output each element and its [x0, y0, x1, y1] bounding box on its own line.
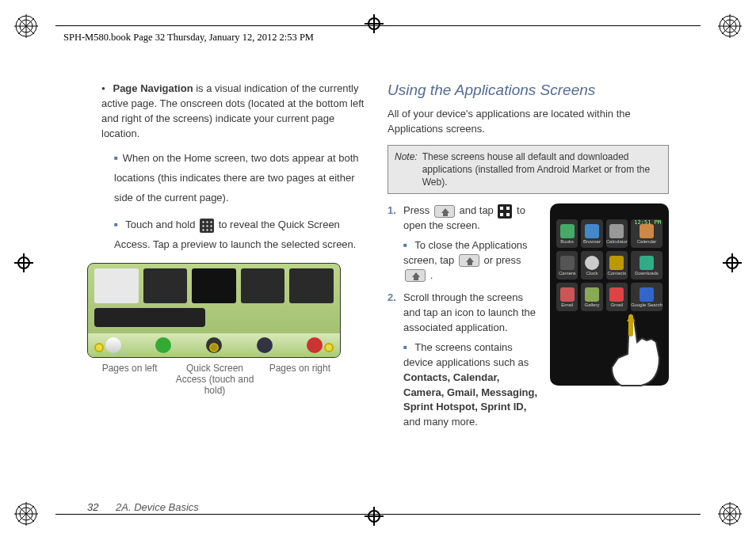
step2-sub-b: and many more. [403, 416, 478, 428]
running-head: SPH-M580.book Page 32 Thursday, January … [63, 32, 314, 44]
app-item: Gallery [581, 283, 602, 311]
page-navigation-label: Page Navigation [113, 82, 193, 94]
registration-mark-icon [14, 14, 38, 38]
page-frame: SPH-M580.book Page 32 Thursday, January … [55, 14, 701, 526]
app-item: Books [556, 219, 578, 248]
caption-left: Pages on left [87, 363, 172, 396]
figure-caption-row: Pages on left Quick Screen Access (touch… [87, 363, 342, 396]
app-label: Camera [559, 271, 575, 276]
phone-illustration: 12:51 PM Books Browser Calculator Calend… [550, 203, 669, 386]
crop-mark-icon [723, 253, 742, 272]
note-text: These screens house all default and down… [422, 150, 662, 189]
app-label: Contacts [607, 271, 626, 276]
app-item: Browser [581, 219, 602, 248]
app-label: Downloads [635, 271, 659, 276]
content-columns: Page Navigation is a visual indication o… [87, 82, 669, 470]
app-label: Books [560, 239, 574, 244]
app-item: Camera [556, 251, 578, 280]
section-heading: Using the Applications Screens [388, 82, 669, 99]
app-label: Email [561, 302, 573, 307]
grid-icon [200, 219, 214, 233]
app-label: Gmail [610, 302, 623, 307]
page-footer: 32 2A. Device Basics [87, 501, 199, 513]
step2-text: Scroll through the screens and tap an ic… [403, 291, 536, 333]
registration-mark-icon [718, 14, 742, 38]
app-label: Calculator [606, 239, 628, 244]
step1-sub-c: . [430, 269, 433, 281]
home-button-icon [434, 205, 455, 218]
app-item: Downloads [631, 251, 662, 280]
step2-apps-bold: Contacts, Calendar, Camera, Gmail, Messa… [403, 371, 537, 413]
step1-sub: To close the Applications screen, tap or… [403, 238, 542, 283]
caption-mid: Quick Screen Access (touch and hold) [172, 363, 257, 396]
page-navigation-bullet: Page Navigation is a visual indication o… [87, 82, 368, 141]
home-button-icon [405, 269, 426, 282]
quick-screen-access-figure [87, 263, 341, 358]
page-number: 32 [87, 501, 98, 513]
app-item: Clock [581, 251, 602, 280]
step1-a: Press [403, 204, 433, 216]
app-label: Google Search [631, 302, 662, 307]
note-box: Note: These screens house all default an… [388, 145, 669, 195]
apps-icon [498, 204, 512, 219]
hand-pointer-icon [598, 310, 685, 390]
registration-mark-icon [14, 502, 38, 526]
steps-and-phone: Press and tap to open the screen. To clo… [388, 203, 669, 438]
step1-sub-b: or press [484, 254, 521, 266]
step-1: Press and tap to open the screen. To clo… [388, 203, 542, 283]
phone-status-time: 12:51 PM [634, 219, 661, 226]
left-column: Page Navigation is a visual indication o… [87, 82, 368, 470]
step2-sub: The screens contains device applications… [403, 340, 542, 430]
app-label: Browser [583, 239, 601, 244]
caption-right: Pages on right [258, 363, 342, 396]
sub-bullet-1: When on the Home screen, two dots appear… [87, 149, 368, 207]
app-label: Gallery [584, 302, 599, 307]
registration-mark-icon [718, 502, 742, 526]
step-2: Scroll through the screens and tap an ic… [388, 291, 542, 430]
crop-mark-icon [14, 253, 33, 272]
section-intro: All of your device's applications are lo… [388, 107, 669, 137]
step2-sub-a: The screens contains device applications… [403, 341, 529, 368]
step1-b: and tap [459, 204, 496, 216]
note-label: Note: [395, 150, 418, 189]
app-item: Google Search [631, 283, 662, 311]
app-label: Calendar [637, 239, 656, 244]
section-title: 2A. Device Basics [116, 501, 199, 513]
sub-bullet-2: Touch and hold to reveal the Quick Scree… [87, 215, 368, 254]
sub2-text-a: Touch and hold [125, 219, 198, 230]
steps-list: Press and tap to open the screen. To clo… [388, 203, 542, 438]
app-item: Email [556, 283, 578, 311]
app-item: Contacts [606, 251, 628, 280]
bottom-rule [55, 514, 701, 515]
right-column: Using the Applications Screens All of yo… [388, 82, 669, 470]
app-label: Clock [586, 271, 598, 276]
top-rule [55, 25, 701, 26]
home-icon [459, 254, 479, 267]
app-item: Gmail [606, 283, 628, 311]
app-item: Calculator [606, 219, 628, 248]
